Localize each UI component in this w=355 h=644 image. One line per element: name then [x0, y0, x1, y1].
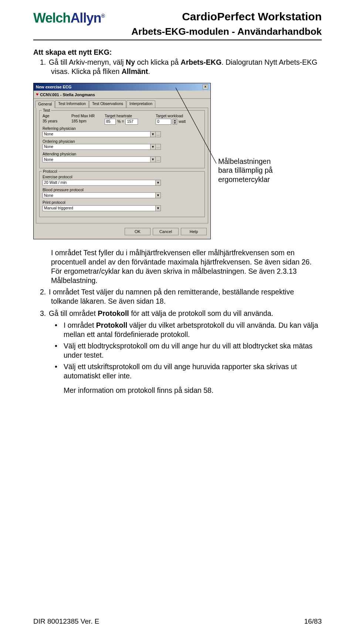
dialog-titlebar: New exercise ECG ×	[34, 83, 210, 91]
fieldset-test-legend: Test	[42, 108, 51, 113]
body-paragraph-1: I området Test fyller du i målhjärtfrekv…	[51, 248, 322, 285]
step-1-bold-3: Allmänt	[122, 67, 148, 75]
att-phys-select[interactable]: None	[43, 156, 151, 162]
spinner-icon[interactable]: ▲▼	[173, 119, 177, 125]
bullet-1-b: Protokoll	[96, 321, 128, 329]
callout-line-3: ergometercyklar	[218, 175, 292, 184]
tab-test-observations[interactable]: Test Observations	[89, 100, 126, 107]
ex-proto-select[interactable]: 20 Watt / min	[43, 180, 156, 186]
predmax-value: 185 bpm	[71, 119, 98, 124]
doc-title: CardioPerfect Workstation	[112, 10, 322, 23]
header-rule	[33, 40, 322, 40]
callout: Målbelastningen bara tillämplig på ergom…	[218, 157, 292, 184]
patient-bar: ♥ CCNV.001 - Stella Jongmans	[34, 91, 210, 99]
fieldset-test: Test Age 35 years Pred Max HR 185 bpm	[39, 110, 205, 169]
predmax-label: Pred Max HR	[71, 114, 98, 118]
att-phys-label: Attending physician	[43, 152, 202, 156]
step-1: 1.Gå till Arkiv-menyn, välj Ny och klick…	[51, 58, 322, 76]
page-header: WelchAllyn® CardioPerfect Workstation Ar…	[33, 10, 322, 37]
chevron-down-icon[interactable]: ▼	[156, 205, 161, 211]
tabs-row: General Test Information Test Observatio…	[34, 99, 210, 107]
ref-phys-label: Referring physician	[43, 126, 202, 131]
target-hr-pct-unit: % =	[117, 119, 124, 124]
target-wl-input[interactable]: 0	[156, 119, 171, 125]
help-button[interactable]: Help	[181, 228, 207, 235]
logo-reg: ®	[101, 13, 104, 19]
bullet-1: I området Protokoll väljer du vilket arb…	[55, 321, 322, 339]
chevron-down-icon[interactable]: ▼	[156, 192, 161, 198]
bullet-1-a: I området	[64, 321, 96, 329]
tab-interpretation[interactable]: Interpretation	[126, 100, 155, 107]
chevron-down-icon[interactable]: ▼	[156, 180, 161, 186]
step-1-text-a: Gå till Arkiv-menyn, välj	[49, 58, 126, 66]
page-footer: DIR 80012385 Ver. E 16/83	[33, 617, 322, 626]
ord-phys-label: Ordering physician	[43, 139, 202, 144]
close-icon[interactable]: ×	[203, 84, 208, 90]
callout-line-1: Målbelastningen	[218, 157, 292, 166]
footer-right: 16/83	[304, 617, 322, 626]
print-proto-label: Print protocol	[43, 200, 202, 205]
footer-left: DIR 80012385 Ver. E	[33, 617, 99, 626]
age-value: 35 years	[43, 119, 65, 124]
more-icon[interactable]: …	[156, 144, 161, 150]
chevron-down-icon[interactable]: ▼	[151, 156, 156, 162]
ex-proto-label: Exercise protocol	[43, 175, 202, 179]
step-1-text-d: .	[148, 67, 150, 75]
step-1-bold-2: Arbets-EKG	[181, 58, 222, 66]
new-exercise-ecg-dialog: New exercise ECG × ♥ CCNV.001 - Stella J…	[33, 83, 211, 239]
patient-name: CCNV.001 - Stella Jongmans	[40, 92, 95, 97]
more-icon[interactable]: …	[156, 156, 161, 162]
step-3-c: för att välja de protokoll som du vill a…	[129, 309, 273, 317]
target-hr-label: Target heartrate	[105, 114, 149, 118]
dialog-title: New exercise ECG	[36, 84, 72, 90]
step-2: 2.I området Test väljer du namnen på den…	[51, 287, 322, 306]
bp-proto-label: Blood pressure protocol	[43, 188, 202, 192]
step-3-b: Protokoll	[98, 309, 129, 317]
bp-proto-select[interactable]: None	[43, 192, 156, 198]
tab-test-information[interactable]: Test Information	[55, 100, 89, 107]
chevron-down-icon[interactable]: ▼	[151, 131, 156, 137]
tab-general[interactable]: General	[35, 101, 55, 108]
target-hr-pct-input[interactable]: 85	[105, 119, 116, 125]
step-1-bold-1: Ny	[126, 58, 135, 66]
step-1-text-b: och klicka på	[135, 58, 181, 66]
brand-logo: WelchAllyn®	[33, 10, 105, 26]
fieldset-protocol: Protocol Exercise protocol 20 Watt / min…	[39, 171, 205, 217]
step-3: 3.Gå till området Protokoll för att välj…	[51, 309, 322, 318]
ok-button[interactable]: OK	[125, 228, 151, 235]
age-label: Age	[43, 114, 65, 118]
heart-icon: ♥	[36, 92, 38, 97]
cancel-button[interactable]: Cancel	[153, 228, 179, 235]
bullet-2: Välj ett blodtrycksprotokoll om du vill …	[55, 341, 322, 360]
logo-allyn: Allyn	[70, 10, 101, 26]
print-proto-select[interactable]: Manual triggered	[43, 205, 156, 211]
fieldset-protocol-legend: Protocol	[42, 169, 58, 174]
chevron-down-icon[interactable]: ▼	[151, 144, 156, 150]
target-wl-unit: watt	[179, 119, 186, 124]
logo-welch: Welch	[33, 10, 70, 26]
section-heading: Att skapa ett nytt EKG:	[33, 48, 322, 57]
bullet-3: Välj ett utskriftsprotokoll om du vill a…	[55, 362, 322, 381]
step-3-a: Gå till området	[49, 309, 98, 317]
ref-phys-select[interactable]: None	[43, 131, 151, 137]
doc-subtitle: Arbets-EKG-modulen - Användarhandbok	[112, 26, 322, 37]
after-bullets-paragraph: Mer information om protokoll finns på si…	[64, 386, 322, 395]
target-wl-label: Target workload	[156, 114, 200, 118]
target-hr-value-input[interactable]: 157	[125, 119, 138, 125]
callout-line-2: bara tillämplig på	[218, 166, 292, 175]
more-icon[interactable]: …	[156, 131, 161, 137]
ord-phys-select[interactable]: None	[43, 144, 151, 150]
